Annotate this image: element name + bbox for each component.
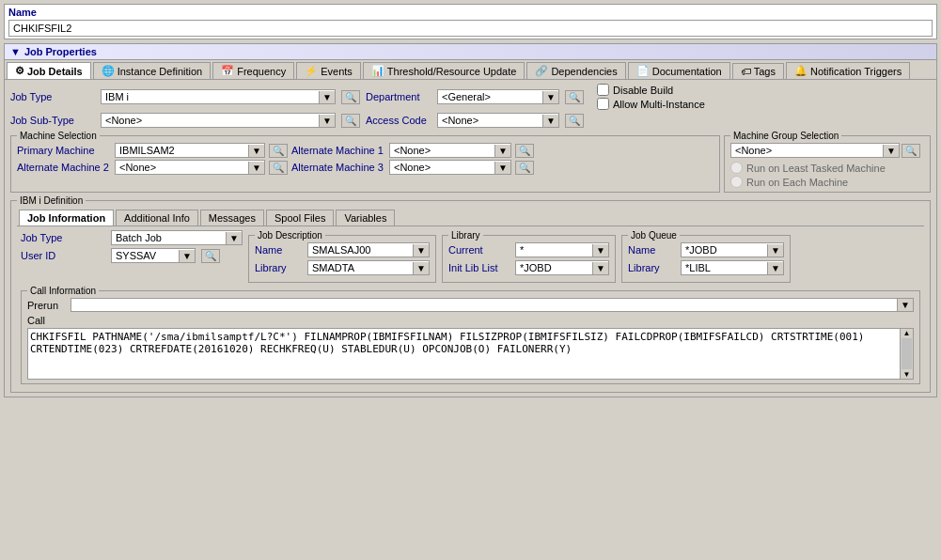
arrow-icon: ▼	[10, 46, 21, 57]
tab-dependencies[interactable]: 🔗 Dependencies	[526, 62, 625, 79]
ibm-user-id-search-button[interactable]: 🔍	[201, 249, 220, 263]
alt-machine1-label: Alternate Machine 1	[291, 145, 385, 156]
call-textarea[interactable]: CHKIFSFIL PATHNAME('/sma/ibmilsamptf/L?C…	[27, 328, 901, 380]
prerun-dropdown-icon[interactable]: ▼	[897, 299, 913, 311]
primary-machine-select[interactable]: IBMILSAM2 ▼	[115, 143, 265, 158]
department-dropdown-icon[interactable]: ▼	[542, 91, 558, 103]
job-queue-library-select[interactable]: *LIBL ▼	[681, 260, 784, 275]
department-select[interactable]: <General> ▼	[437, 89, 559, 104]
tab-tags[interactable]: 🏷 Tags	[732, 63, 784, 79]
job-desc-library-label: Library	[255, 262, 302, 273]
ibm-form-content: Job Type Batch Job ▼ User ID S	[17, 226, 924, 388]
ibm-left-panel: Job Type Batch Job ▼ User ID S	[21, 230, 243, 266]
alt-machine2-select[interactable]: <None> ▼	[115, 160, 265, 175]
primary-machine-search-button[interactable]: 🔍	[269, 144, 288, 158]
threshold-icon: 📊	[371, 65, 384, 77]
call-information-legend: Call Information	[27, 286, 99, 296]
calendar-icon: 📅	[221, 65, 234, 77]
job-desc-library-dropdown-icon[interactable]: ▼	[413, 262, 429, 274]
allow-multi-instance-label: Allow Multi-Instance	[613, 99, 705, 110]
job-desc-library-select[interactable]: SMADTA ▼	[307, 260, 430, 275]
run-each-machine-radio[interactable]	[730, 176, 743, 188]
job-desc-name-select[interactable]: SMALSAJ00 ▼	[307, 242, 430, 257]
job-properties-section: ▼ Job Properties ⚙ Job Details 🌐 Instanc…	[4, 43, 937, 397]
tab-additional-info[interactable]: Additional Info	[116, 210, 198, 226]
job-type-dropdown-icon[interactable]: ▼	[319, 91, 335, 103]
job-queue-library-dropdown-icon[interactable]: ▼	[767, 262, 783, 274]
scroll-down-icon[interactable]: ▼	[901, 370, 913, 379]
tab-events[interactable]: ⚡ Events	[296, 62, 361, 79]
disable-build-item: Disable Build	[597, 84, 705, 96]
job-queue-name-dropdown-icon[interactable]: ▼	[767, 244, 783, 257]
library-current-dropdown-icon[interactable]: ▼	[592, 244, 608, 257]
tab-frequency[interactable]: 📅 Frequency	[212, 62, 294, 79]
job-sub-type-select[interactable]: <None> ▼	[101, 113, 336, 128]
name-input[interactable]	[8, 20, 933, 37]
call-label: Call	[27, 315, 45, 326]
alt-machine1-dropdown-icon[interactable]: ▼	[494, 145, 510, 157]
ibm-job-type-label: Job Type	[21, 232, 105, 243]
job-sub-type-dropdown-icon[interactable]: ▼	[319, 115, 335, 127]
job-details-form: Job Type IBM i ▼ 🔍 Department <General> …	[5, 80, 936, 397]
job-sub-type-label: Job Sub-Type	[10, 115, 95, 126]
access-code-dropdown-icon[interactable]: ▼	[542, 115, 558, 127]
scroll-up-icon[interactable]: ▲	[901, 329, 913, 337]
alt-machine1-select[interactable]: <None> ▼	[389, 143, 511, 158]
call-scrollbar[interactable]: ▲ ▼	[901, 328, 914, 380]
machine-group-select[interactable]: <None> ▼	[730, 143, 900, 158]
ibm-definition-legend: IBM i Definition	[17, 195, 86, 206]
ibm-user-id-dropdown-icon[interactable]: ▼	[179, 250, 195, 262]
alt-machine2-dropdown-icon[interactable]: ▼	[248, 162, 264, 174]
alt-machine1-search-button[interactable]: 🔍	[515, 144, 534, 158]
run-each-machine-row: Run on Each Machine	[730, 176, 924, 188]
tab-job-details[interactable]: ⚙ Job Details	[7, 62, 91, 79]
run-least-tasked-radio[interactable]	[730, 162, 743, 174]
job-desc-library-row: Library SMADTA ▼	[255, 260, 430, 275]
allow-multi-instance-checkbox[interactable]	[597, 98, 609, 110]
job-queue-name-select[interactable]: *JOBD ▼	[681, 242, 784, 257]
primary-machine-dropdown-icon[interactable]: ▼	[248, 145, 264, 157]
event-icon: ⚡	[305, 65, 318, 77]
job-type-search-button[interactable]: 🔍	[341, 90, 360, 104]
run-least-tasked-row: Run on Least Tasked Machine	[730, 162, 924, 174]
tab-messages[interactable]: Messages	[200, 210, 264, 226]
machine-group-dropdown-icon[interactable]: ▼	[883, 145, 899, 157]
run-least-tasked-label: Run on Least Tasked Machine	[746, 163, 886, 174]
access-code-search-button[interactable]: 🔍	[565, 114, 584, 128]
job-type-select[interactable]: IBM i ▼	[101, 89, 336, 104]
library-current-label: Current	[448, 244, 510, 256]
primary-machine-label: Primary Machine	[17, 145, 111, 156]
ibm-job-type-dropdown-icon[interactable]: ▼	[226, 232, 242, 244]
prerun-row: Prerun ▼	[27, 298, 914, 312]
ibm-user-id-row: User ID SYSSAV ▼ 🔍	[21, 248, 243, 263]
name-section: Name	[4, 4, 937, 39]
library-init-dropdown-icon[interactable]: ▼	[592, 262, 608, 274]
access-code-select[interactable]: <None> ▼	[437, 113, 559, 128]
machine-selection-legend: Machine Selection	[17, 131, 100, 141]
alt-machine2-search-button[interactable]: 🔍	[269, 161, 288, 175]
library-fieldset: Library Current * ▼ Init Lib List	[442, 230, 616, 283]
job-sub-type-search-button[interactable]: 🔍	[341, 114, 360, 128]
library-current-select[interactable]: * ▼	[515, 242, 609, 257]
library-init-select[interactable]: *JOBD ▼	[515, 260, 609, 275]
alt-machine3-search-button[interactable]: 🔍	[515, 161, 534, 175]
ibm-user-id-label: User ID	[21, 250, 105, 261]
disable-build-checkbox[interactable]	[597, 84, 609, 96]
library-current-row: Current * ▼	[448, 242, 609, 257]
machine-group-search-button[interactable]: 🔍	[902, 144, 920, 158]
tab-documentation[interactable]: 📄 Documentation	[628, 62, 730, 79]
bell-icon: 🔔	[794, 65, 808, 77]
alt-machine3-select[interactable]: <None> ▼	[389, 160, 511, 175]
department-search-button[interactable]: 🔍	[565, 90, 584, 104]
prerun-select[interactable]: ▼	[71, 298, 914, 312]
tab-threshold[interactable]: 📊 Threshold/Resource Update	[363, 62, 525, 79]
ibm-job-type-select[interactable]: Batch Job ▼	[111, 230, 243, 245]
alt-machine3-dropdown-icon[interactable]: ▼	[494, 162, 510, 174]
ibm-user-id-select[interactable]: SYSSAV ▼	[111, 248, 196, 263]
tab-notification[interactable]: 🔔 Notification Triggers	[786, 62, 910, 79]
tab-variables[interactable]: Variables	[336, 210, 395, 226]
tab-instance-definition[interactable]: 🌐 Instance Definition	[93, 62, 212, 79]
tab-spool-files[interactable]: Spool Files	[266, 210, 334, 226]
job-desc-name-dropdown-icon[interactable]: ▼	[413, 244, 429, 257]
tab-job-information[interactable]: Job Information	[19, 210, 114, 226]
